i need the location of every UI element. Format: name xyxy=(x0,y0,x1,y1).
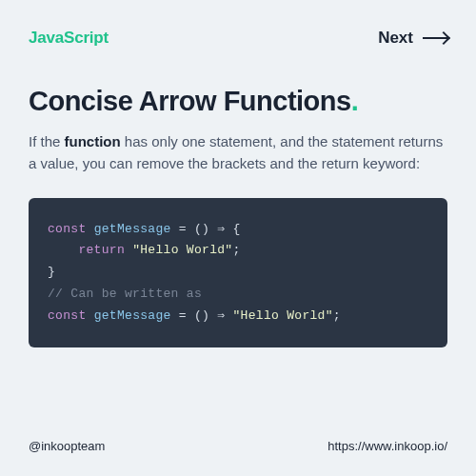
website-url[interactable]: https://www.inkoop.io/ xyxy=(327,439,447,453)
social-handle[interactable]: @inkoopteam xyxy=(29,439,105,453)
description: If the function has only one statement, … xyxy=(29,130,447,175)
title-dot: . xyxy=(351,86,359,116)
next-button[interactable]: Next xyxy=(378,29,447,48)
next-label: Next xyxy=(378,29,413,48)
brand-label: JavaScript xyxy=(29,29,109,48)
header: JavaScript Next xyxy=(29,29,447,48)
arrow-right-icon xyxy=(423,37,447,39)
code-block: const getMessage = () ⇒ { return "Hello … xyxy=(29,198,447,348)
page-title: Concise Arrow Functions. xyxy=(29,86,447,117)
footer: @inkoopteam https://www.inkoop.io/ xyxy=(29,420,447,453)
